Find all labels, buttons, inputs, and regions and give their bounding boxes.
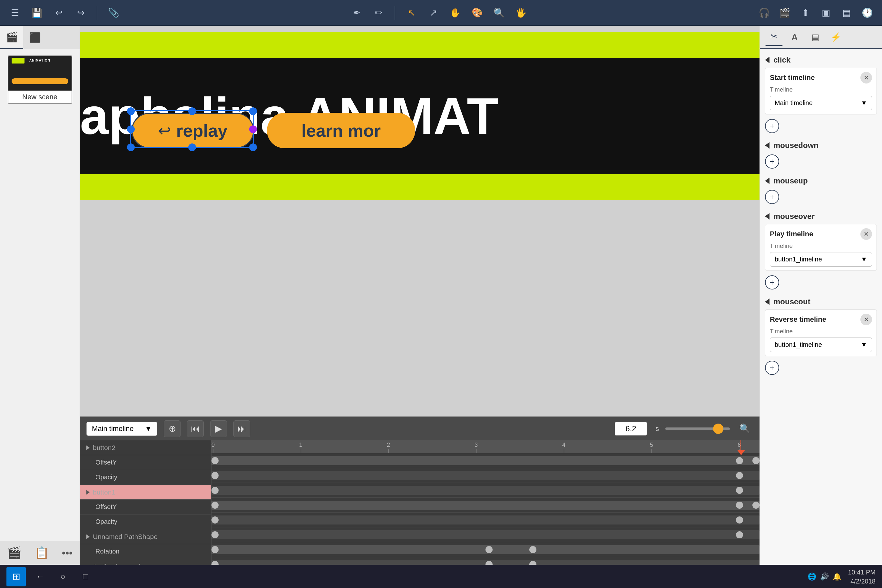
action-start-title: Start timeline <box>770 74 814 82</box>
action-start-label: Timeline <box>770 86 872 93</box>
zoom-slider[interactable] <box>665 428 730 430</box>
learn-more-button[interactable]: learn mor <box>267 113 415 148</box>
timeline-labels: button2 OffsetY Opacity button1 OffsetY <box>80 440 212 565</box>
dot[interactable] <box>736 472 743 479</box>
taskbar-notification-icon[interactable]: 🔔 <box>832 573 842 581</box>
left-tab-layers[interactable]: ⬛ <box>23 26 46 49</box>
dot[interactable] <box>212 502 219 509</box>
click-add-btn[interactable]: + <box>765 119 779 133</box>
taskbar-volume-icon[interactable]: 🔊 <box>820 573 829 581</box>
right-tab-font[interactable]: A <box>786 28 804 46</box>
label-rotation[interactable]: Rotation <box>80 544 211 559</box>
taskbar-clock[interactable]: 10:41 PM 4/2/2018 <box>848 568 876 586</box>
right-tab-events[interactable]: ⚡ <box>827 28 845 46</box>
export-icon[interactable]: ⬆ <box>797 4 814 21</box>
label-button1[interactable]: button1 <box>80 485 211 500</box>
left-tab-film[interactable]: 🎬 <box>0 26 23 49</box>
duplicate-scene-icon[interactable]: 📋 <box>34 546 49 560</box>
action-play-close[interactable]: ✕ <box>860 228 872 240</box>
mousedown-add-btn[interactable]: + <box>765 154 779 169</box>
event-mouseup-name: mouseup <box>773 176 808 185</box>
dot[interactable] <box>212 531 219 538</box>
action-reverse-close[interactable]: ✕ <box>860 314 872 325</box>
label-opacity-1[interactable]: Opacity <box>80 470 211 485</box>
scene-thumbnail[interactable]: ANIMATION New scene <box>8 56 72 104</box>
dot[interactable] <box>736 487 743 494</box>
canvas-black-area: aphalina ANIMAT ↩ replay learn mor <box>80 58 759 174</box>
mouseout-add-btn[interactable]: + <box>765 361 779 375</box>
event-click-triangle <box>765 57 770 63</box>
action-play-dropdown[interactable]: button1_timeline ▼ <box>770 252 872 267</box>
dot[interactable] <box>212 516 219 524</box>
zoom-icon[interactable]: 🔍 <box>490 4 507 21</box>
dot[interactable] <box>736 531 743 538</box>
timeline-tracks: 0 1 2 3 4 5 6 <box>212 440 759 565</box>
preview-icon[interactable]: 🎬 <box>776 4 793 21</box>
taskbar-home[interactable]: ○ <box>55 568 71 585</box>
more-scenes-icon[interactable]: ••• <box>62 547 73 559</box>
dot[interactable] <box>486 546 493 553</box>
label-opacity-2[interactable]: Opacity <box>80 514 211 530</box>
action-reverse-dropdown[interactable]: button1_timeline ▼ <box>770 338 872 352</box>
annotate-icon[interactable]: 📎 <box>105 4 122 21</box>
dot[interactable] <box>752 457 759 464</box>
playhead[interactable] <box>741 440 741 453</box>
label-pathshape[interactable]: Unnamed PathShape <box>80 530 211 544</box>
canvas-content[interactable]: aphalina ANIMAT ↩ replay learn mor <box>80 26 759 417</box>
divider-2 <box>394 6 395 20</box>
undo-icon[interactable]: ↩ <box>50 4 67 21</box>
play-btn[interactable]: ▶ <box>210 420 227 437</box>
dot[interactable] <box>752 502 759 509</box>
label-button2[interactable]: button2 <box>80 440 211 455</box>
clock-icon[interactable]: 🕐 <box>859 4 876 21</box>
layout-right-icon[interactable]: ▤ <box>838 4 855 21</box>
action-start-dropdown[interactable]: Main timeline ▼ <box>770 96 872 110</box>
label-offsety-2[interactable]: OffsetY <box>80 500 211 514</box>
pencil-icon[interactable]: ✏ <box>370 4 387 21</box>
pointer-icon[interactable]: ↗ <box>425 4 442 21</box>
timeline-dropdown[interactable]: Main timeline ▼ <box>86 422 158 436</box>
taskbar-view[interactable]: □ <box>77 568 93 585</box>
label-textbg[interactable]: textbackground <box>80 559 211 565</box>
ruler-marks: 0 1 2 3 4 5 6 <box>212 440 759 453</box>
zoom-thumb[interactable] <box>713 424 723 434</box>
dot[interactable] <box>736 516 743 524</box>
right-tab-layout[interactable]: ▤ <box>806 28 824 46</box>
pan-icon[interactable]: 🖐 <box>513 4 530 21</box>
action-start-close[interactable]: ✕ <box>860 72 872 84</box>
paint-icon[interactable]: 🎨 <box>469 4 486 21</box>
taskbar-back[interactable]: ← <box>32 568 48 585</box>
pen-tool-icon[interactable]: ✒ <box>348 4 365 21</box>
dot[interactable] <box>212 472 219 479</box>
redo-icon[interactable]: ↪ <box>72 4 89 21</box>
add-scene-icon[interactable]: 🎬 <box>7 546 22 560</box>
hand-icon[interactable]: ✋ <box>447 4 464 21</box>
add-keyframe-btn[interactable]: ⊕ <box>164 420 180 437</box>
scene-label: New scene <box>8 91 72 103</box>
thumb-text: ANIMATION <box>8 58 72 62</box>
menu-icon[interactable]: ☰ <box>6 4 23 21</box>
triangle-textbg <box>86 565 91 565</box>
mouseover-add-btn[interactable]: + <box>765 275 779 290</box>
skip-end-btn[interactable]: ⏭ <box>233 420 250 437</box>
taskbar-network-icon[interactable]: 🌐 <box>807 573 816 581</box>
zoom-out-btn[interactable]: 🔍 <box>736 420 753 437</box>
mouseup-add-btn[interactable]: + <box>765 190 779 204</box>
canvas-area: aphalina ANIMAT ↩ replay learn mor <box>80 26 759 565</box>
dot[interactable] <box>736 502 743 509</box>
replay-button[interactable]: ↩ replay <box>132 113 254 148</box>
dot[interactable] <box>530 546 536 553</box>
dot[interactable] <box>212 457 219 464</box>
skip-start-btn[interactable]: ⏮ <box>187 420 204 437</box>
headphones-icon[interactable]: 🎧 <box>756 4 772 21</box>
dot[interactable] <box>736 457 743 464</box>
zoom-track[interactable] <box>665 428 730 430</box>
dot[interactable] <box>212 546 219 553</box>
label-offsety-1[interactable]: OffsetY <box>80 455 211 470</box>
layout-left-icon[interactable]: ▣ <box>818 4 834 21</box>
dot[interactable] <box>212 487 219 494</box>
taskbar-start-button[interactable]: ⊞ <box>6 567 26 586</box>
right-tab-tools[interactable]: ✂ <box>765 28 783 46</box>
select-icon[interactable]: ↖ <box>403 4 420 21</box>
save-icon[interactable]: 💾 <box>28 4 45 21</box>
